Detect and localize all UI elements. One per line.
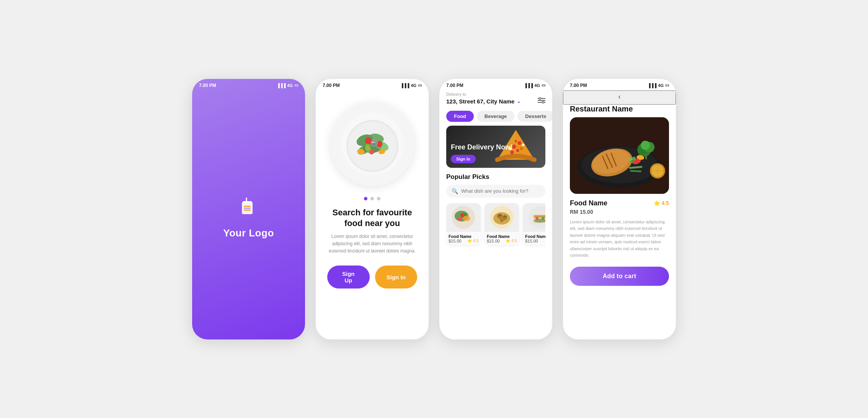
- category-desserts[interactable]: Desserts: [517, 111, 552, 122]
- status-icons-4: ▐▐▐ 4G ▭: [648, 83, 669, 88]
- dots-row: [316, 197, 429, 200]
- address-row: 123, Street 67, City Name ⌄: [446, 97, 545, 105]
- food-card-img-2: [485, 203, 519, 232]
- onboard-title: Search for favourite food near you: [327, 207, 417, 229]
- svg-point-53: [535, 217, 538, 220]
- home-header: Delivery to 123, Street 67, City Name ⌄: [439, 90, 552, 108]
- search-bar[interactable]: 🔍: [446, 185, 545, 198]
- promo-banner: Free Delivery Now! Sign In: [446, 126, 545, 168]
- address-text: 123, Street 67, City Name: [446, 98, 514, 105]
- food-card-price-3: $15.00: [525, 239, 538, 243]
- category-food[interactable]: Food: [446, 111, 474, 122]
- detail-rating: ⭐ 4.5: [654, 200, 669, 206]
- banner-title: Free Delivery Now!: [451, 143, 513, 152]
- salad-svg: [338, 110, 407, 179]
- food-cards-row: Food Name $15.00 ⭐ 4.5: [446, 203, 545, 249]
- dot-2: [370, 197, 374, 200]
- status-icons-3: ▐▐▐ 4G ▭: [524, 83, 545, 88]
- detail-description: Lorem ipsum dolor sit amet, consectetur …: [570, 219, 669, 259]
- add-to-cart-button[interactable]: Add to cart: [570, 267, 669, 286]
- network-1: 4G: [287, 83, 293, 88]
- battery-icon-1: ▭: [294, 83, 298, 88]
- detail-screen: 7.00 PM ▐▐▐ 4G ▭ ‹ Restaurant Name: [563, 79, 676, 339]
- banner-signin-button[interactable]: Sign In: [451, 155, 476, 163]
- svg-point-26: [542, 101, 544, 103]
- time-1: 7.00 PM: [199, 83, 216, 88]
- dot-3: [377, 197, 380, 200]
- home-screen: 7.00 PM ▐▐▐ 4G ▭ Delivery to 123, Street…: [439, 79, 552, 339]
- detail-food-name: Food Name: [570, 199, 607, 207]
- signup-button[interactable]: Sign Up: [327, 266, 370, 289]
- logo-icon: [233, 190, 264, 221]
- btn-row: Sign Up Sign In: [316, 266, 429, 300]
- network-2: 4G: [411, 83, 416, 88]
- onboard-text: Search for favourite food near you Lorem…: [316, 207, 429, 266]
- svg-rect-5: [244, 210, 251, 211]
- svg-point-30: [517, 141, 521, 145]
- filter-icon: [538, 97, 545, 103]
- food-card-rating-2: ⭐ 4.5: [506, 239, 517, 243]
- logo-text: Your Logo: [223, 227, 274, 239]
- popular-title: Popular Picks: [446, 173, 545, 181]
- food-image-area: [316, 90, 429, 194]
- svg-rect-4: [244, 208, 251, 209]
- food-card-3[interactable]: Food Name $15.00 ⭐: [523, 203, 545, 245]
- svg-rect-66: [645, 154, 647, 159]
- signal-icon-2: ▐▐▐: [400, 83, 409, 88]
- onboard-desc: Lorem ipsum dolor sit amet, consectetur …: [327, 233, 417, 255]
- svg-point-48: [493, 216, 510, 220]
- filter-button[interactable]: [538, 97, 545, 105]
- detail-food-image: [570, 117, 669, 194]
- chevron-down-icon[interactable]: ⌄: [517, 98, 521, 104]
- food-card-1[interactable]: Food Name $15.00 ⭐ 4.5: [446, 203, 481, 245]
- food-circle: [330, 102, 414, 186]
- status-icons-1: ▐▐▐ 4G ▭: [277, 83, 298, 88]
- status-icons-2: ▐▐▐ 4G ▭: [400, 83, 422, 88]
- food-card-price-1: $15.00: [449, 239, 462, 243]
- svg-point-65: [641, 141, 650, 150]
- category-beverage[interactable]: Beverage: [477, 111, 515, 122]
- network-4: 4G: [658, 83, 664, 88]
- time-3: 7.00 PM: [446, 83, 463, 88]
- svg-point-31: [516, 149, 519, 152]
- logo-svg: [233, 190, 264, 221]
- food-card-img-1: [446, 203, 481, 232]
- svg-point-42: [463, 213, 467, 216]
- time-2: 7.00 PM: [323, 83, 340, 88]
- detail-food-svg: [570, 117, 669, 194]
- svg-point-34: [514, 140, 517, 142]
- status-bar-2: 7.00 PM ▐▐▐ 4G ▭: [316, 79, 429, 90]
- signal-icon-1: ▐▐▐: [277, 83, 286, 88]
- restaurant-name: Restaurant Name: [563, 105, 676, 117]
- food-card-2[interactable]: Food Name $15.00 ⭐ 4.5: [485, 203, 519, 245]
- screens-container: 7.00 PM ▐▐▐ 4G ▭ Your Logo: [192, 79, 676, 339]
- food-card-rating-1: ⭐ 4.5: [467, 239, 478, 243]
- popular-section: Popular Picks 🔍: [439, 173, 552, 249]
- signin-button[interactable]: Sign In: [375, 266, 418, 289]
- search-icon: 🔍: [452, 188, 458, 194]
- svg-point-73: [631, 160, 634, 163]
- status-bar-3: 7.00 PM ▐▐▐ 4G ▭: [439, 79, 552, 90]
- splash-content: Your Logo: [192, 90, 305, 339]
- food-card-price-2: $15.00: [487, 239, 500, 243]
- back-button[interactable]: ‹: [563, 90, 676, 105]
- food-card-img-3: [523, 203, 545, 232]
- delivery-address: 123, Street 67, City Name ⌄: [446, 98, 521, 105]
- battery-icon-2: ▭: [418, 83, 422, 88]
- dot-1: [364, 197, 367, 200]
- svg-point-54: [542, 217, 545, 220]
- svg-point-25: [539, 97, 541, 99]
- food-card-name-3: Food Name: [525, 234, 545, 239]
- status-bar-4: 7.00 PM ▐▐▐ 4G ▭: [563, 79, 676, 90]
- food-card-body-1: Food Name $15.00 ⭐ 4.5: [446, 232, 481, 245]
- battery-icon-3: ▭: [542, 83, 545, 88]
- svg-point-40: [463, 216, 470, 221]
- detail-name-row: Food Name ⭐ 4.5: [570, 199, 669, 207]
- food-card-body-2: Food Name $15.00 ⭐ 4.5: [485, 232, 519, 245]
- search-input[interactable]: [461, 188, 540, 194]
- food-card-body-3: Food Name $15.00 ⭐: [523, 232, 545, 245]
- onboard-screen: 7.00 PM ▐▐▐ 4G ▭: [316, 79, 429, 339]
- battery-icon-4: ▭: [665, 83, 669, 88]
- banner-text-area: Free Delivery Now! Sign In: [451, 143, 513, 163]
- network-3: 4G: [534, 83, 540, 88]
